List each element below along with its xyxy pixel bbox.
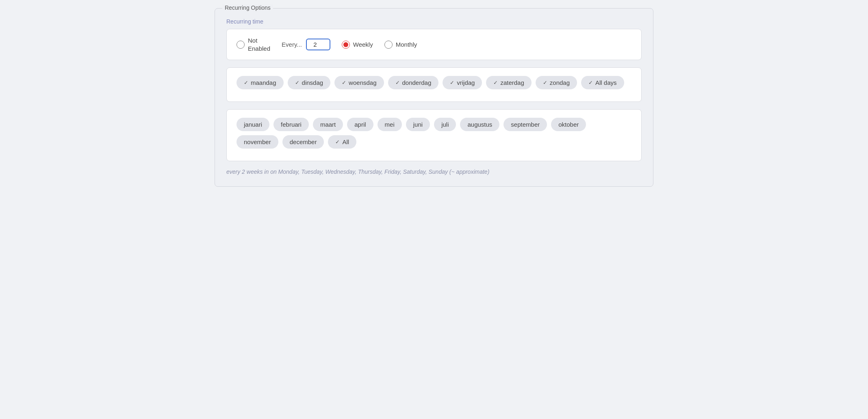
recurring-time-label: Recurring time: [226, 18, 642, 25]
check-icon: ✓: [244, 80, 248, 86]
check-icon: ✓: [588, 80, 593, 86]
check-icon: ✓: [395, 80, 400, 86]
weekly-label[interactable]: Weekly: [353, 41, 373, 49]
every-group: Every...: [282, 39, 330, 50]
month-chip[interactable]: juni: [406, 118, 430, 131]
months-panel: januarifebruarimaartaprilmeijunijuliaugu…: [226, 109, 642, 161]
month-chip[interactable]: januari: [237, 118, 269, 131]
day-chip[interactable]: ✓woensdag: [334, 76, 384, 89]
day-chip[interactable]: ✓zaterdag: [486, 76, 531, 89]
summary-text: every 2 weeks in on Monday, Tuesday, Wed…: [226, 168, 642, 175]
day-chip[interactable]: ✓All days: [581, 76, 624, 89]
weekly-radio[interactable]: [342, 41, 350, 49]
panel-title: Recurring Options: [222, 4, 273, 11]
options-row: NotEnabled Every... Weekly Monthly: [226, 29, 642, 60]
weekly-group: Weekly: [342, 41, 373, 49]
month-chip[interactable]: april: [347, 118, 373, 131]
not-enabled-label[interactable]: NotEnabled: [248, 37, 270, 52]
not-enabled-radio[interactable]: [237, 41, 245, 49]
check-icon: ✓: [342, 80, 346, 86]
day-chip[interactable]: ✓donderdag: [388, 76, 439, 89]
month-chip[interactable]: maart: [313, 118, 343, 131]
month-chip[interactable]: december: [282, 135, 324, 149]
days-chips-row: ✓maandag✓dinsdag✓woensdag✓donderdag✓vrij…: [237, 76, 631, 89]
check-icon: ✓: [450, 80, 454, 86]
month-chip[interactable]: september: [503, 118, 547, 131]
days-panel: ✓maandag✓dinsdag✓woensdag✓donderdag✓vrij…: [226, 67, 642, 102]
day-chip[interactable]: ✓maandag: [237, 76, 284, 89]
monthly-group: Monthly: [384, 41, 417, 49]
check-icon: ✓: [295, 80, 299, 86]
month-chip[interactable]: mei: [378, 118, 402, 131]
day-chip[interactable]: ✓dinsdag: [288, 76, 331, 89]
check-icon: ✓: [493, 80, 498, 86]
every-number-input[interactable]: [306, 39, 330, 50]
day-chip[interactable]: ✓zondag: [536, 76, 577, 89]
month-chip[interactable]: oktober: [551, 118, 586, 131]
months-chips-row: januarifebruarimaartaprilmeijunijuliaugu…: [237, 118, 631, 149]
month-chip[interactable]: november: [237, 135, 278, 149]
check-icon: ✓: [543, 80, 547, 86]
month-chip[interactable]: augustus: [460, 118, 499, 131]
month-chip[interactable]: februari: [273, 118, 309, 131]
not-enabled-group: NotEnabled: [237, 37, 270, 52]
day-chip[interactable]: ✓vrijdag: [443, 76, 482, 89]
recurring-options-panel: Recurring Options Recurring time NotEnab…: [215, 8, 653, 187]
check-icon: ✓: [335, 139, 340, 145]
monthly-radio[interactable]: [384, 41, 393, 49]
month-chip[interactable]: juli: [434, 118, 456, 131]
month-chip[interactable]: ✓All: [328, 135, 356, 149]
monthly-label[interactable]: Monthly: [396, 41, 417, 49]
every-label: Every...: [282, 41, 302, 48]
